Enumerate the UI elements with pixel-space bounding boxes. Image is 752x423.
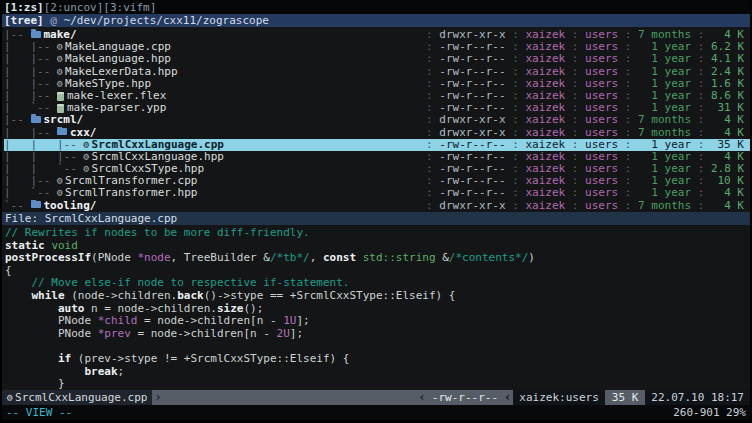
tree-row[interactable]: `-- tooling/ : drwxr-xr-x : xaizek : use… [4,200,750,212]
tree-branch: | |-- [4,66,57,78]
col-sep: : [506,114,526,126]
code-token [356,251,363,264]
code-token: *child [98,314,138,327]
chevron-left-icon: ‹ [502,390,513,405]
code-token: ( [91,251,98,264]
col-sep: : [506,53,526,65]
tree-row[interactable]: |-- srcml/ : drwxr-xr-x : xaizek : users… [4,114,750,126]
tree-row-name-cell: | |-- make-lexer.flex [4,90,419,102]
chevron-left-icon: ‹ [417,390,428,405]
col-sep: : [419,200,439,212]
col-sep: : [419,187,439,199]
tree-branch: | |-- [4,127,57,139]
tree-row[interactable]: | | |-- ⚙SrcmlCxxLanguage.hpp : -rw-r--r… [4,151,750,163]
tree-row[interactable]: | |-- ⚙MakeSType.hpp : -rw-r--r-- : xaiz… [4,78,750,90]
tmux-window-3[interactable]: [3:vifm] [103,1,156,14]
code-token [5,352,58,365]
col-sep: : [565,66,585,78]
code-token [5,365,84,378]
code-token: (node->children. [65,289,178,302]
tree-row-name-cell: |-- make/ [4,29,419,41]
col-user: xaizek [525,114,565,126]
code-token: PNode [5,327,98,340]
col-date: 7 months [638,114,691,126]
col-sep: : [419,53,439,65]
code-token: size [217,302,244,315]
code-token: , [310,251,323,264]
code-line: break; [5,366,750,379]
code-token: /*tb*/ [270,251,310,264]
tree-row[interactable]: | `-- ⚙SrcmlTransformer.hpp : -rw-r--r--… [4,187,750,199]
status-file-size: 35 K [605,390,646,405]
tree-branch: | | `-- [4,163,83,175]
folder-icon [31,31,41,38]
tree-row[interactable]: |-- make/ : drwxr-xr-x : xaizek : users … [4,29,750,41]
col-size: 4.1 K [711,53,744,65]
tree-branch: |-- [4,114,31,126]
code-line: // Rewrites if nodes to be more diff-fri… [5,227,750,240]
tree-row[interactable]: | |-- ⚙MakeLanguage.cpp : -rw-r--r-- : x… [4,41,750,53]
col-perms: -rw-r--r-- [439,187,505,199]
code-line: PNode *prev = node->children[n - 2U]; [5,328,750,341]
col-sep: : [565,127,585,139]
col-sep: : [506,127,526,139]
folder-icon [31,116,41,123]
tree-row[interactable]: | |-- ⚙MakeLanguage.hpp : -rw-r--r-- : x… [4,53,750,65]
directory-name: tooling/ [44,200,97,212]
tree-branch: | |-- [4,175,57,187]
col-size: 2.4 K [711,66,744,78]
tmux-window-1[interactable]: [1:zs] [4,1,44,14]
code-token: ; [118,365,125,378]
tree-branch: | |-- [4,90,57,102]
code-token: const [323,251,356,264]
col-size: 4 K [711,200,744,212]
status-current-file: ⚙ SrcmlCxxLanguage.cpp [2,390,152,405]
col-sep: : [419,114,439,126]
col-sep: : [506,187,526,199]
terminal-screen: [1:zs][2:uncov][3:vifm] [tree] @ ~/dev/p… [0,0,752,423]
col-date: 7 months [638,200,691,212]
tree-row[interactable]: | |-- make-lexer.flex : -rw-r--r-- : xai… [4,90,750,102]
col-sep: : [691,127,711,139]
gear-icon: ⚙ [57,66,63,78]
gear-icon: ⚙ [83,139,89,151]
col-date: 7 months [638,127,691,139]
col-sep: : [691,66,711,78]
col-sep: : [565,200,585,212]
code-token: std::string [363,251,436,264]
col-sep: : [691,114,711,126]
col-group: users [585,114,618,126]
gear-icon: ⚙ [57,175,63,187]
code-token: while [32,289,65,302]
tree-row-name-cell: | | `-- ⚙SrcmlCxxSType.hpp [4,163,419,175]
mode-indicator: -- VIEW -- [6,406,72,419]
code-token: *prev [98,327,131,340]
gear-icon: ⚙ [57,41,63,53]
tree-row-name-cell: | |-- ⚙MakeLanguage.hpp [4,53,419,65]
code-token: = node->children[n - [137,314,283,327]
code-token: ]; [296,314,309,327]
tree-row-name-cell: | |-- ⚙MakeSType.hpp [4,78,419,90]
col-sep: : [618,114,638,126]
status-datetime: 22.07.10 18:17 [645,390,750,405]
col-sep: : [618,127,638,139]
tree-branch: | `-- [4,187,57,199]
code-token: break [84,365,117,378]
tree-row[interactable]: | |-- ⚙MakeLexerData.hpp : -rw-r--r-- : … [4,66,750,78]
col-perms: -rw-r--r-- [439,53,505,65]
tree-row[interactable]: | | |-- ⚙SrcmlCxxLanguage.cpp : -rw-r--r… [4,139,750,151]
tree-row[interactable]: | | `-- ⚙SrcmlCxxSType.hpp : -rw-r--r-- … [4,163,750,175]
code-token: 2U [277,327,290,340]
col-date: 1 year [638,187,691,199]
tmux-window-2[interactable]: [2:uncov] [44,1,104,14]
code-token: (); [243,302,263,315]
tree-row[interactable]: | |-- cxx/ : drwxr-xr-x : xaizek : users… [4,127,750,139]
code-token: (prev->stype != +SrcmlCxxSType::Elseif) … [71,352,349,365]
tree-row[interactable]: | |-- ⚙SrcmlTransformer.cpp : -rw-r--r--… [4,175,750,187]
col-sep: : [691,200,711,212]
file-name: SrcmlCxxLanguage.hpp [92,151,224,163]
col-perms: drwxr-xr-x [439,114,505,126]
vifm-path-bar: [tree] @ ~/dev/projects/cxx11/zograscope [2,14,750,27]
file-name: SrcmlCxxLanguage.cpp [92,139,224,151]
col-size: 4 K [711,187,744,199]
